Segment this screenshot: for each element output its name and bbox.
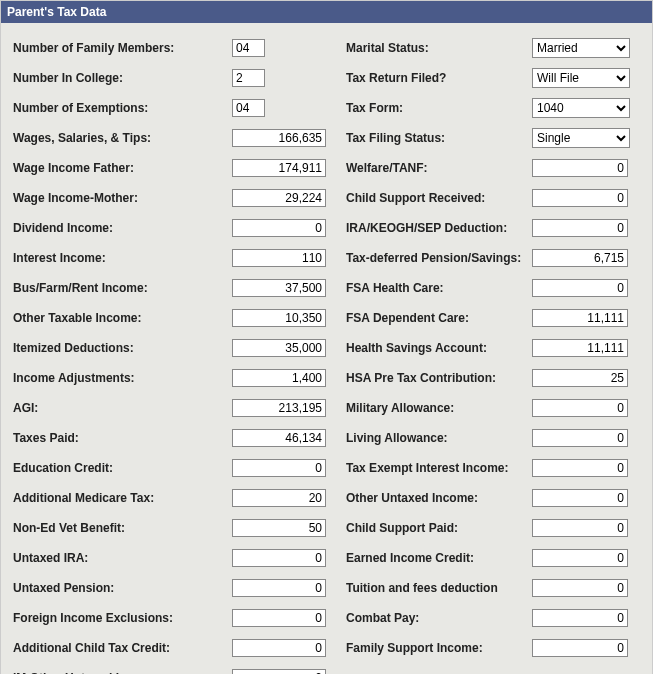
input-edu-credit[interactable] xyxy=(232,459,326,477)
label-other-untaxed: Other Untaxed Income: xyxy=(346,491,532,505)
input-military[interactable] xyxy=(532,399,628,417)
select-marital-status[interactable]: MarriedSingleSeparated xyxy=(532,38,630,58)
right-column: Marital Status:MarriedSingleSeparated Ta… xyxy=(346,33,634,674)
label-wage-father: Wage Income Father: xyxy=(13,161,232,175)
input-num-exemptions[interactable] xyxy=(232,99,265,117)
label-fsa-dep: FSA Dependent Care: xyxy=(346,311,532,325)
label-agi: AGI: xyxy=(13,401,232,415)
input-child-support-rec[interactable] xyxy=(532,189,628,207)
label-dividend: Dividend Income: xyxy=(13,221,232,235)
label-num-in-college: Number In College: xyxy=(13,71,232,85)
input-foreign-excl[interactable] xyxy=(232,609,326,627)
label-add-medicare: Additional Medicare Tax: xyxy=(13,491,232,505)
input-dividend[interactable] xyxy=(232,219,326,237)
label-num-family-members: Number of Family Members: xyxy=(13,41,232,55)
form-body: Number of Family Members: Number In Coll… xyxy=(1,23,652,674)
label-hsa: Health Savings Account: xyxy=(346,341,532,355)
input-ira-keogh[interactable] xyxy=(532,219,628,237)
input-hsa[interactable] xyxy=(532,339,628,357)
input-untaxed-pension[interactable] xyxy=(232,579,326,597)
input-interest[interactable] xyxy=(232,249,326,267)
label-tax-form: Tax Form: xyxy=(346,101,532,115)
label-tuition-fees: Tuition and fees deduction xyxy=(346,581,532,595)
input-tuition-fees[interactable] xyxy=(532,579,628,597)
input-untaxed-ira[interactable] xyxy=(232,549,326,567)
label-tax-return-filed: Tax Return Filed? xyxy=(346,71,532,85)
input-taxes-paid[interactable] xyxy=(232,429,326,447)
input-add-child-tax[interactable] xyxy=(232,639,326,657)
label-other-taxable: Other Taxable Income: xyxy=(13,311,232,325)
input-wage-mother[interactable] xyxy=(232,189,326,207)
input-num-in-college[interactable] xyxy=(232,69,265,87)
input-im-other-untaxed[interactable] xyxy=(232,669,326,674)
label-itemized: Itemized Deductions: xyxy=(13,341,232,355)
label-untaxed-ira: Untaxed IRA: xyxy=(13,551,232,565)
input-tax-def-pension[interactable] xyxy=(532,249,628,267)
label-foreign-excl: Foreign Income Exclusions: xyxy=(13,611,232,625)
label-wage-mother: Wage Income-Mother: xyxy=(13,191,232,205)
input-combat-pay[interactable] xyxy=(532,609,628,627)
panel-title: Parent's Tax Data xyxy=(1,1,652,23)
input-tax-exempt-int[interactable] xyxy=(532,459,628,477)
select-tax-filing-status[interactable]: SingleMarriedHead of Household xyxy=(532,128,630,148)
input-fsa-health[interactable] xyxy=(532,279,628,297)
input-other-untaxed[interactable] xyxy=(532,489,628,507)
label-child-support-rec: Child Support Received: xyxy=(346,191,532,205)
label-wages: Wages, Salaries, & Tips: xyxy=(13,131,232,145)
label-child-support-paid: Child Support Paid: xyxy=(346,521,532,535)
input-fsa-dep[interactable] xyxy=(532,309,628,327)
label-fsa-health: FSA Health Care: xyxy=(346,281,532,295)
select-tax-return-filed[interactable]: Will FileFiledWill Not File xyxy=(532,68,630,88)
input-eic[interactable] xyxy=(532,549,628,567)
input-living[interactable] xyxy=(532,429,628,447)
label-military: Military Allowance: xyxy=(346,401,532,415)
input-add-medicare[interactable] xyxy=(232,489,326,507)
label-hsa-pre-tax: HSA Pre Tax Contribution: xyxy=(346,371,532,385)
input-bus-farm-rent[interactable] xyxy=(232,279,326,297)
input-hsa-pre-tax[interactable] xyxy=(532,369,628,387)
label-welfare: Welfare/TANF: xyxy=(346,161,532,175)
input-noned-vet[interactable] xyxy=(232,519,326,537)
input-other-taxable[interactable] xyxy=(232,309,326,327)
input-wage-father[interactable] xyxy=(232,159,326,177)
input-income-adj[interactable] xyxy=(232,369,326,387)
label-marital-status: Marital Status: xyxy=(346,41,532,55)
input-itemized[interactable] xyxy=(232,339,326,357)
input-wages[interactable] xyxy=(232,129,326,147)
label-edu-credit: Education Credit: xyxy=(13,461,232,475)
label-tax-filing-status: Tax Filing Status: xyxy=(346,131,532,145)
label-tax-def-pension: Tax-deferred Pension/Savings: xyxy=(346,251,532,265)
input-welfare[interactable] xyxy=(532,159,628,177)
label-ira-keogh: IRA/KEOGH/SEP Deduction: xyxy=(346,221,532,235)
input-num-family-members[interactable] xyxy=(232,39,265,57)
input-agi[interactable] xyxy=(232,399,326,417)
label-noned-vet: Non-Ed Vet Benefit: xyxy=(13,521,232,535)
label-num-exemptions: Number of Exemptions: xyxy=(13,101,232,115)
label-living: Living Allowance: xyxy=(346,431,532,445)
input-child-support-paid[interactable] xyxy=(532,519,628,537)
select-tax-form[interactable]: 10401040A1040EZ xyxy=(532,98,630,118)
label-add-child-tax: Additional Child Tax Credit: xyxy=(13,641,232,655)
label-combat-pay: Combat Pay: xyxy=(346,611,532,625)
label-interest: Interest Income: xyxy=(13,251,232,265)
label-income-adj: Income Adjustments: xyxy=(13,371,232,385)
label-bus-farm-rent: Bus/Farm/Rent Income: xyxy=(13,281,232,295)
label-family-support: Family Support Income: xyxy=(346,641,532,655)
input-family-support[interactable] xyxy=(532,639,628,657)
label-taxes-paid: Taxes Paid: xyxy=(13,431,232,445)
label-eic: Earned Income Credit: xyxy=(346,551,532,565)
left-column: Number of Family Members: Number In Coll… xyxy=(13,33,332,674)
label-tax-exempt-int: Tax Exempt Interest Income: xyxy=(346,461,532,475)
label-untaxed-pension: Untaxed Pension: xyxy=(13,581,232,595)
parents-tax-data-panel: Parent's Tax Data Number of Family Membe… xyxy=(0,0,653,674)
